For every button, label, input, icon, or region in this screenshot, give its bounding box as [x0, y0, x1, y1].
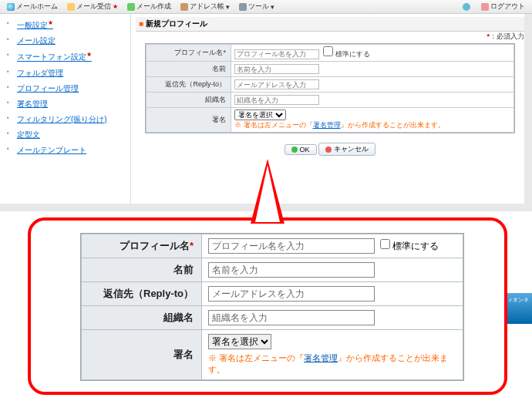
signature-select[interactable]: 署名を選択 [234, 110, 286, 120]
content-panel: ■ 新規プロフィール *：必須入力 プロフィール名* 標準にする 名前 返信先（… [131, 14, 532, 204]
toolbar-addr[interactable]: アドレス帳▾ [177, 0, 234, 13]
zoom-org-input[interactable] [208, 310, 375, 325]
label-sign: 署名 [146, 108, 231, 133]
zoom-default-checkbox[interactable] [380, 239, 390, 249]
callout-arrow-icon [251, 159, 285, 224]
cancel-icon [325, 147, 332, 153]
panel-title: ■ 新規プロフィール [136, 17, 524, 32]
profile-form-zoom: プロフィール名* 標準にする 名前 返信先（Reply-to） 組織名 署名 [80, 233, 464, 381]
top-toolbar: メールホーム メール受信★ メール作成 アドレス帳▾ ツール▾ ログアウト [0, 0, 532, 14]
toolbar-tool[interactable]: ツール▾ [235, 0, 278, 13]
mail-down-icon [67, 3, 75, 11]
zoom-default-checkbox-label: 標準にする [392, 241, 439, 251]
replyto-input[interactable] [234, 79, 319, 89]
sidebar-item-folder[interactable]: フォルダ管理 [5, 66, 126, 81]
default-checkbox[interactable] [323, 46, 333, 56]
sidebar-item-general[interactable]: 一般設定★ [5, 17, 126, 33]
sidebar-item-mail-template[interactable]: メールテンプレート [5, 143, 126, 158]
profile-name-input[interactable] [234, 49, 319, 59]
gear-icon [239, 3, 247, 11]
name-input[interactable] [234, 64, 319, 74]
toolbar-home[interactable]: メールホーム [3, 0, 62, 13]
compose-icon [127, 3, 135, 11]
help-icon [463, 3, 470, 11]
label-name: 名前 [146, 62, 231, 77]
zoom-signature-link[interactable]: 署名管理 [304, 353, 338, 362]
zoom-replyto-input[interactable] [208, 286, 375, 302]
sidebar-item-signature[interactable]: 署名管理 [5, 96, 126, 112]
addressbook-icon [180, 3, 188, 11]
required-hint: *：必須入力 [136, 32, 524, 42]
zoom-name-input[interactable] [208, 262, 375, 278]
sidebar-item-mail[interactable]: メール設定 [5, 33, 126, 49]
ok-icon [291, 147, 298, 153]
profile-form-mini: プロフィール名* 標準にする 名前 返信先（Reply-to） 組織名 [145, 43, 515, 133]
zoom-label-name: 名前 [82, 258, 202, 282]
toolbar-recv[interactable]: メール受信★ [63, 0, 122, 13]
default-checkbox-label: 標準にする [335, 50, 370, 58]
label-org: 組織名 [146, 93, 231, 108]
callout: プロフィール名* 標準にする 名前 返信先（Reply-to） 組織名 署名 [28, 217, 507, 395]
chevron-down-icon: ▾ [271, 3, 274, 11]
vertical-scrollbar[interactable] [524, 14, 532, 204]
toolbar-compose[interactable]: メール作成 [123, 0, 175, 13]
badge-star-icon: ★ [113, 3, 118, 10]
sidebar-item-filter[interactable]: フィルタリング(振り分け) [5, 112, 126, 127]
sidebar-item-profile[interactable]: プロフィール管理 [5, 81, 126, 96]
logout-button[interactable]: ログアウト [477, 0, 529, 13]
zoom-label-org: 組織名 [82, 306, 202, 330]
help-button[interactable] [459, 0, 474, 13]
chevron-down-icon: ▾ [226, 3, 230, 11]
globe-icon [7, 3, 15, 11]
zoom-signature-select[interactable]: 署名を選択 [208, 334, 271, 349]
signature-hint: ※ 署名は左メニューの『署名管理』から作成することが出来ます。 [234, 121, 445, 129]
sidebar: 一般設定★ メール設定 スマートフォン設定★ フォルダ管理 プロフィール管理 署… [0, 14, 131, 204]
zoom-label-reply: 返信先（Reply-to） [82, 282, 202, 306]
cancel-button[interactable]: キャンセル [318, 143, 375, 156]
zoom-profile-name-input[interactable] [208, 238, 375, 254]
zoom-signature-hint: ※ 署名は左メニューの『署名管理』から作成することが出来ます。 [208, 352, 456, 376]
sidebar-item-template-phrase[interactable]: 定型文 [5, 127, 126, 143]
zoom-label-sign: 署名 [82, 330, 202, 380]
org-input[interactable] [234, 95, 319, 105]
ok-button[interactable]: OK [285, 144, 317, 155]
sidebar-item-smartphone[interactable]: スマートフォン設定★ [5, 49, 126, 65]
zoom-label-profile-name: プロフィール名* [82, 234, 202, 258]
label-profile-name: プロフィール名* [146, 45, 231, 62]
label-reply: 返信先（Reply-to） [146, 77, 231, 93]
signature-link[interactable]: 署名管理 [313, 121, 341, 129]
logout-icon [481, 3, 489, 11]
